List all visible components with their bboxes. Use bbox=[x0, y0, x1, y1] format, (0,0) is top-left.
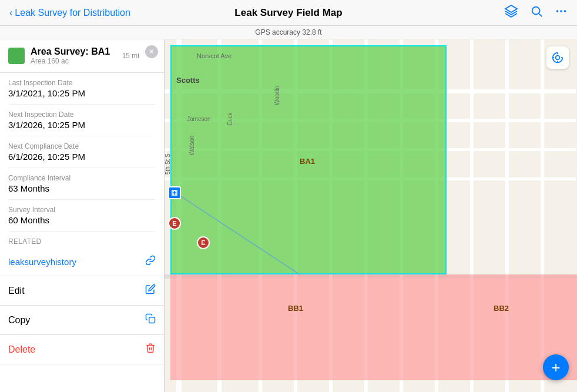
chevron-left-icon: ‹ bbox=[9, 8, 12, 18]
copy-action-row[interactable]: Copy bbox=[0, 306, 164, 335]
street-label-erick: Erick bbox=[227, 112, 233, 125]
edit-action-row[interactable]: Edit bbox=[0, 276, 164, 306]
nav-bar: ‹ Leak Survey for Distribution Leak Surv… bbox=[0, 0, 577, 26]
info-row-next-inspection: Next Inspection Date 3/1/2026, 10:25 PM bbox=[8, 105, 156, 136]
svg-point-27 bbox=[556, 56, 560, 60]
plus-icon: + bbox=[551, 359, 560, 377]
more-icon[interactable] bbox=[555, 5, 568, 21]
info-row-last-inspection: Last Inspection Date 3/1/2021, 10:25 PM bbox=[8, 73, 156, 105]
street-label-woodin: Woodin bbox=[274, 86, 280, 106]
marker-blue[interactable] bbox=[168, 186, 181, 199]
link-icon bbox=[145, 255, 156, 269]
nav-actions bbox=[504, 4, 568, 21]
fab-add-button[interactable]: + bbox=[543, 354, 569, 380]
copy-label: Copy bbox=[8, 315, 30, 326]
search-icon[interactable] bbox=[530, 5, 543, 21]
main-content: Area Survey: BA1 Area 160 ac 15 mi × Las… bbox=[0, 39, 577, 392]
info-section: Last Inspection Date 3/1/2021, 10:25 PM … bbox=[0, 73, 164, 232]
svg-point-1 bbox=[532, 7, 540, 15]
feature-color-swatch bbox=[8, 48, 25, 64]
feature-title-group: Area Survey: BA1 Area 160 ac bbox=[31, 46, 116, 65]
close-icon: × bbox=[149, 48, 153, 56]
info-row-survey-interval: Survey Interval 60 Months bbox=[8, 200, 156, 232]
street-label-norscot: Norscot Ave bbox=[197, 52, 232, 59]
survey-interval-value: 60 Months bbox=[8, 215, 156, 225]
svg-line-2 bbox=[539, 14, 542, 16]
svg-point-3 bbox=[556, 10, 559, 12]
info-row-next-compliance: Next Compliance Date 6/1/2026, 10:25 PM bbox=[8, 136, 156, 168]
feature-title: Area Survey: BA1 bbox=[31, 46, 116, 57]
layers-icon[interactable] bbox=[504, 4, 518, 21]
marker-e1-label: E bbox=[172, 220, 176, 227]
edit-icon bbox=[145, 284, 156, 297]
compliance-interval-label: Compliance Interval bbox=[8, 174, 156, 182]
nav-title: Leak Survey Field Map bbox=[234, 7, 342, 19]
gps-accuracy-text: GPS accuracy 32.8 ft bbox=[255, 28, 321, 36]
map-area[interactable]: Norscot Ave Scotts Jameson Watson Erick … bbox=[165, 39, 577, 392]
svg-point-4 bbox=[560, 10, 562, 12]
svg-marker-0 bbox=[505, 5, 517, 12]
last-inspection-label: Last Inspection Date bbox=[8, 79, 156, 87]
marker-e1[interactable]: E bbox=[168, 217, 181, 230]
related-link-row[interactable]: leaksurveyhistory bbox=[0, 248, 164, 276]
svg-rect-6 bbox=[149, 317, 155, 323]
related-header: RELATED bbox=[0, 232, 164, 248]
info-row-compliance-interval: Compliance Interval 63 Months bbox=[8, 168, 156, 200]
last-inspection-value: 3/1/2021, 10:25 PM bbox=[8, 88, 156, 98]
marker-e2-label: E bbox=[201, 239, 205, 246]
area-label-bb2: BB2 bbox=[494, 304, 509, 313]
related-link-text: leaksurveyhistory bbox=[8, 257, 76, 267]
area-label-bb1: BB1 bbox=[288, 304, 303, 313]
delete-icon bbox=[145, 343, 156, 356]
compliance-interval-value: 63 Months bbox=[8, 183, 156, 193]
next-compliance-value: 6/1/2026, 10:25 PM bbox=[8, 152, 156, 162]
gps-bar: GPS accuracy 32.8 ft bbox=[0, 26, 577, 39]
street-label-scotts: Scotts bbox=[176, 76, 200, 85]
delete-action-row[interactable]: Delete bbox=[0, 335, 164, 364]
street-label-5th: 5th St S bbox=[165, 153, 171, 175]
area-label-ba1: BA1 bbox=[300, 157, 315, 166]
back-label: Leak Survey for Distribution bbox=[15, 8, 130, 18]
feature-subtitle: Area 160 ac bbox=[31, 57, 116, 65]
survey-area-bb1[interactable] bbox=[170, 274, 447, 380]
back-button[interactable]: ‹ Leak Survey for Distribution bbox=[9, 8, 130, 18]
location-button[interactable] bbox=[546, 46, 569, 69]
svg-point-5 bbox=[564, 10, 566, 12]
close-button[interactable]: × bbox=[145, 45, 158, 58]
next-inspection-label: Next Inspection Date bbox=[8, 110, 156, 119]
delete-label: Delete bbox=[8, 344, 35, 355]
next-compliance-label: Next Compliance Date bbox=[8, 142, 156, 150]
marker-e2[interactable]: E bbox=[197, 236, 210, 249]
street-label-jameson: Jameson bbox=[187, 116, 211, 122]
left-panel: Area Survey: BA1 Area 160 ac 15 mi × Las… bbox=[0, 39, 165, 392]
copy-icon bbox=[145, 313, 156, 327]
feature-distance: 15 mi bbox=[122, 52, 139, 60]
street-label-watson: Watson bbox=[189, 136, 195, 156]
next-inspection-value: 3/1/2026, 10:25 PM bbox=[8, 120, 156, 130]
feature-header: Area Survey: BA1 Area 160 ac 15 mi × bbox=[0, 39, 164, 73]
edit-label: Edit bbox=[8, 286, 25, 296]
survey-interval-label: Survey Interval bbox=[8, 206, 156, 214]
